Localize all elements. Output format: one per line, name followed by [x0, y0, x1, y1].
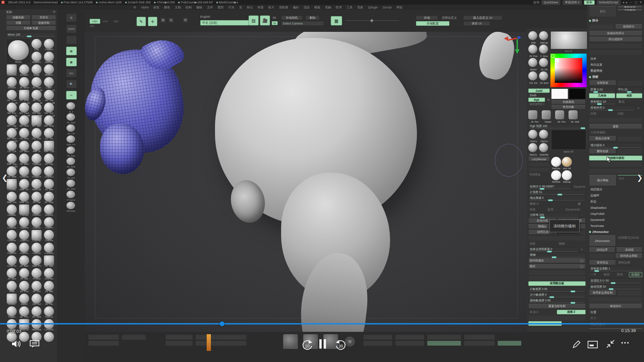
- menu-item-材质[interactable]: 材质: [258, 5, 264, 10]
- slider-handle[interactable]: [547, 251, 552, 252]
- brush-tile[interactable]: SuStru: [6, 293, 17, 305]
- strip-item-IMM_Pri[interactable]: IMM_Pri: [66, 135, 76, 144]
- slider-按多边形组遮罩 0[interactable]: 按多边形组遮罩 0: [528, 247, 579, 252]
- shelf-brush-TrimCu[interactable]: TrimCu: [528, 130, 538, 142]
- palette-button-另存为[interactable]: 另存为: [32, 15, 56, 20]
- slider-handle[interactable]: [557, 194, 562, 195]
- store-camera-button[interactable]: 存储相机: [281, 15, 303, 20]
- brush-tile[interactable]: hand-2B: [31, 179, 42, 190]
- slider-绘制大小 89.56807[interactable]: 绘制大小 89.56807: [528, 184, 572, 189]
- slider-handle[interactable]: [552, 256, 556, 258]
- mirror-y-button[interactable]: >Y<: [103, 19, 108, 24]
- brush-tile[interactable]: JN_IMM: [18, 153, 30, 165]
- pencil-icon[interactable]: [572, 341, 580, 349]
- brush-icon[interactable]: ✑: [66, 91, 77, 100]
- dim-label-修饰边缘[interactable]: 修饰边缘: [617, 260, 642, 265]
- ghost-icon[interactable]: [66, 36, 77, 44]
- material-SkinSha[interactable]: SkinSha: [551, 170, 561, 183]
- green-button-冻结细分级别[interactable]: 冻结细分级别: [589, 156, 642, 161]
- brush-tile[interactable]: Inflat: [6, 281, 17, 292]
- slider-Z 敏感度 0.95[interactable]: Z 敏感度 0.95: [528, 287, 586, 292]
- panel-label-位置[interactable]: 位置: [589, 310, 642, 315]
- section-header[interactable]: 拆分: [589, 18, 642, 23]
- strip-item-Qrz[interactable]: Qrz: [66, 69, 76, 77]
- lazymouse-button[interactable]: LazyMouse: [528, 157, 550, 161]
- slider-目标多边形数 1[interactable]: 目标多边形数 1: [589, 266, 642, 271]
- brush-tile[interactable]: JN_Pow: [18, 281, 30, 292]
- strip-item-JN_App[interactable]: JN_App: [66, 146, 76, 155]
- brush-tile[interactable]: JN_Flat: [31, 191, 42, 203]
- brush-tile[interactable]: TopBrug: [31, 153, 42, 165]
- brush-tile[interactable]: 51MV_Cap: [6, 115, 17, 126]
- dim-label-捆[interactable]: 捆: [576, 201, 586, 206]
- brush-tile[interactable]: Curve3D: [43, 319, 55, 330]
- shelf-brush-Slash2[interactable]: Slash2: [528, 58, 538, 71]
- window-minimize-button[interactable]: —: [630, 1, 633, 4]
- menu-item-标记[interactable]: 标记: [247, 5, 253, 10]
- dim-label-◦[interactable]: ◦: [580, 213, 586, 218]
- brush-tile[interactable]: JN_pipe: [6, 268, 17, 279]
- pen-brush-SK_AirB[interactable]: SK_AirB: [569, 110, 581, 123]
- palette-button-连接控制[interactable]: 连接控制: [32, 21, 56, 25]
- grid-icon[interactable]: ▦: [66, 47, 77, 55]
- dim-label-经典模式(2018)[interactable]: 经典模式(2018): [617, 235, 642, 240]
- brush-tile[interactable]: JN_Mat: [43, 281, 55, 292]
- brush-tile[interactable]: SK_AirB: [31, 306, 42, 317]
- brush-tile[interactable]: ClothDr: [31, 217, 42, 228]
- button-抛光[interactable]: 抛光: [528, 264, 586, 269]
- lightbox-button[interactable]: 灯箱▶笔刷: [6, 26, 56, 31]
- brush-tile[interactable]: Slash2: [18, 293, 30, 305]
- brush-tile[interactable]: [43, 331, 55, 343]
- zscript-button[interactable]: DefaultZScript: [597, 0, 621, 5]
- slider-handle[interactable]: [540, 217, 545, 218]
- brush-tile[interactable]: ClothSli: [31, 242, 42, 254]
- slider-handle[interactable]: [571, 291, 575, 292]
- brush-tile[interactable]: Smooth: [6, 77, 17, 88]
- mirror-z-button[interactable]: >Z<: [113, 19, 119, 24]
- brush-tile[interactable]: IMM_spa: [6, 153, 17, 165]
- load-ui-button[interactable]: 载入自定义 UI: [463, 15, 502, 20]
- green-button-色彩[interactable]: 色彩: [616, 93, 642, 98]
- exit-fullscreen-icon[interactable]: [606, 339, 615, 349]
- strip-item-JN_CM[interactable]: JN_CM: [66, 124, 76, 133]
- brush-tile[interactable]: ClothPe: [43, 230, 55, 241]
- brush-tile[interactable]: Clay: [31, 39, 42, 50]
- strip-item[interactable]: ▦: [66, 47, 76, 55]
- slider-大小敏感度 0[interactable]: 大小敏感度 0: [528, 293, 586, 297]
- backface-label[interactable]: 背面遮盖: [528, 173, 550, 176]
- menu-item-文档[interactable]: 文档: [175, 5, 181, 10]
- brush-tile[interactable]: JN_Flan: [31, 77, 42, 88]
- window-maximize-button[interactable]: ▢: [635, 1, 638, 4]
- slider-距离 0.02[interactable]: 距离 0.02: [589, 87, 615, 92]
- brush-tile[interactable]: ClothMc: [6, 204, 17, 216]
- menu-item-纹理[interactable]: 纹理: [336, 5, 342, 10]
- brush-tile[interactable]: CurveIin: [43, 242, 55, 254]
- brush-tile[interactable]: ClayBui: [43, 39, 55, 50]
- more-options-button[interactable]: •••: [621, 340, 630, 346]
- brush-tile[interactable]: JN_side: [43, 179, 55, 190]
- timeline-handle[interactable]: [370, 19, 374, 22]
- brush-tile[interactable]: JN_hair: [18, 268, 30, 279]
- color-selector[interactable]: [556, 59, 559, 62]
- brush-tile[interactable]: TrimCur: [43, 306, 55, 317]
- palette-button-加载笔刷[interactable]: 加载笔刷: [6, 15, 31, 20]
- brush-tile[interactable]: JN_Alph: [18, 255, 30, 266]
- dim-label-外部[interactable]: 外部: [589, 111, 615, 116]
- strip-item-JN_Alph[interactable]: JN_Alph: [66, 113, 76, 122]
- slate-button[interactable]: ▤: [249, 15, 259, 25]
- store-config-button[interactable]: 存储配置: [416, 21, 449, 26]
- brush-tile[interactable]: Armatur: [18, 64, 30, 75]
- menu-item-渲染[interactable]: 渲染: [304, 5, 310, 10]
- dim-label-相同[interactable]: 相同: [602, 272, 615, 277]
- orientation-gizmo[interactable]: [503, 35, 523, 58]
- brush-tile[interactable]: JN_Gro: [31, 281, 42, 292]
- dim-label-单选 Z[interactable]: 单选 Z: [528, 310, 556, 314]
- brush-tile[interactable]: Standar: [43, 51, 55, 63]
- section-header[interactable]: 投射: [589, 74, 642, 79]
- shelf-brush-JN_Fill[interactable]: JN_Fill: [539, 58, 549, 71]
- menu-item-工具[interactable]: 工具: [346, 5, 353, 10]
- button-ZRemesher[interactable]: ZRemesher: [589, 235, 616, 246]
- color-picker[interactable]: [550, 54, 587, 87]
- text-icon[interactable]: Qrz: [66, 69, 77, 77]
- texture-thumb[interactable]: [283, 334, 298, 349]
